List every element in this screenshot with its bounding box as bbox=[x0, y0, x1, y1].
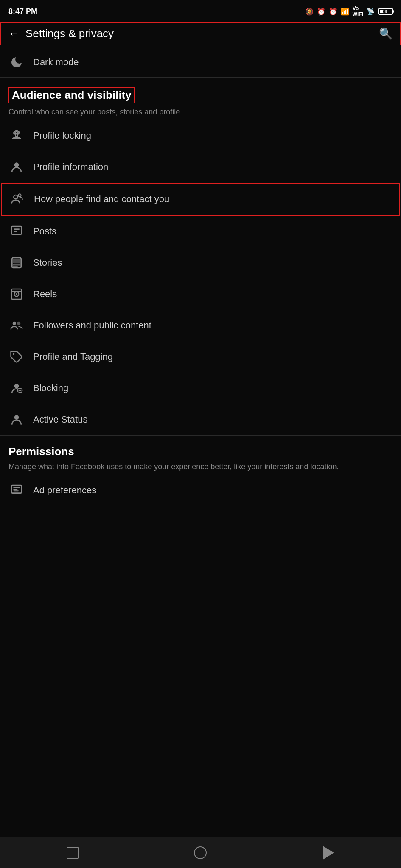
svg-point-18 bbox=[13, 322, 16, 325]
stories-label: Stories bbox=[33, 257, 62, 268]
audience-section-title: Audience and visibility bbox=[12, 89, 132, 101]
audience-section-header: Audience and visibility Control who can … bbox=[0, 78, 401, 120]
reels-icon bbox=[8, 286, 25, 302]
back-button[interactable]: ← bbox=[8, 27, 20, 40]
nav-back-button[interactable] bbox=[321, 845, 336, 860]
svg-point-5 bbox=[14, 195, 17, 199]
followers-label: Followers and public content bbox=[33, 320, 151, 331]
svg-rect-11 bbox=[13, 259, 20, 264]
how-people-find-item[interactable]: How people find and contact you bbox=[1, 183, 400, 216]
nav-square-button[interactable] bbox=[65, 845, 80, 860]
alarm-icon: ⏰ bbox=[317, 8, 325, 16]
nav-circle-icon bbox=[194, 846, 207, 859]
audience-section-subtitle: Control who can see your posts, stories … bbox=[8, 107, 393, 117]
alarm2-icon: ⏰ bbox=[329, 8, 337, 16]
spacer bbox=[0, 506, 401, 837]
search-button[interactable]: 🔍 bbox=[379, 27, 393, 40]
signal-icon: 📶 bbox=[341, 8, 349, 16]
permissions-section-header: Permissions Manage what info Facebook us… bbox=[0, 436, 401, 475]
audience-title-wrapper: Audience and visibility bbox=[8, 87, 135, 103]
profile-tagging-label: Profile and Tagging bbox=[33, 351, 113, 362]
header-title: Settings & privacy bbox=[25, 27, 114, 40]
stories-icon bbox=[8, 255, 25, 271]
ad-preferences-icon bbox=[8, 482, 25, 498]
profile-tagging-icon bbox=[8, 349, 25, 365]
profile-information-icon bbox=[8, 159, 25, 175]
profile-information-label: Profile information bbox=[33, 161, 108, 172]
svg-rect-7 bbox=[11, 226, 22, 234]
blocking-label: Blocking bbox=[33, 383, 68, 394]
reels-item[interactable]: Reels bbox=[0, 278, 401, 310]
svg-point-6 bbox=[18, 194, 21, 197]
dark-mode-label: Dark mode bbox=[33, 57, 79, 68]
status-icons: 🔕 ⏰ ⏰ 📶 VoWiFi 📡 68 bbox=[305, 6, 393, 17]
stories-item[interactable]: Stories bbox=[0, 247, 401, 278]
profile-locking-label: Profile locking bbox=[33, 130, 91, 141]
wifi-icon: 📡 bbox=[367, 8, 375, 15]
permissions-section-subtitle: Manage what info Facebook uses to make y… bbox=[8, 462, 393, 472]
svg-point-20 bbox=[13, 353, 14, 355]
svg-point-19 bbox=[17, 322, 20, 325]
svg-point-16 bbox=[16, 293, 17, 295]
status-time: 8:47 PM bbox=[8, 7, 37, 16]
blocking-item[interactable]: Blocking bbox=[0, 373, 401, 404]
posts-item[interactable]: Posts bbox=[0, 216, 401, 247]
status-bar: 8:47 PM 🔕 ⏰ ⏰ 📶 VoWiFi 📡 68 bbox=[0, 0, 401, 22]
dark-mode-item[interactable]: Dark mode bbox=[0, 47, 401, 77]
active-status-item[interactable]: Active Status bbox=[0, 404, 401, 435]
followers-icon bbox=[8, 317, 25, 334]
profile-locking-icon bbox=[8, 128, 25, 144]
profile-locking-item[interactable]: Profile locking bbox=[0, 120, 401, 151]
nav-triangle-icon bbox=[323, 846, 334, 860]
ad-preferences-item[interactable]: Ad preferences bbox=[0, 475, 401, 506]
active-status-icon bbox=[8, 412, 25, 428]
nav-square-icon bbox=[67, 847, 79, 859]
battery-icon: 68 bbox=[378, 8, 393, 15]
svg-point-21 bbox=[14, 384, 19, 389]
profile-tagging-item[interactable]: Profile and Tagging bbox=[0, 341, 401, 373]
followers-item[interactable]: Followers and public content bbox=[0, 310, 401, 341]
blocking-icon bbox=[8, 380, 25, 396]
dark-mode-icon bbox=[8, 54, 25, 70]
navigation-bar bbox=[0, 837, 401, 868]
battery-level: 68 bbox=[383, 9, 387, 14]
permissions-section-title: Permissions bbox=[8, 445, 74, 458]
svg-point-4 bbox=[14, 163, 19, 167]
how-people-find-label: How people find and contact you bbox=[34, 194, 169, 205]
settings-header[interactable]: ← Settings & privacy 🔍 bbox=[0, 22, 401, 45]
posts-label: Posts bbox=[33, 226, 56, 237]
header-left: ← Settings & privacy bbox=[8, 27, 114, 40]
mute-icon: 🔕 bbox=[305, 8, 314, 16]
posts-icon bbox=[8, 223, 25, 239]
nav-home-button[interactable] bbox=[193, 845, 208, 860]
vowifi-icon: VoWiFi bbox=[353, 6, 363, 17]
svg-rect-3 bbox=[16, 135, 17, 136]
active-status-label: Active Status bbox=[33, 414, 87, 425]
reels-label: Reels bbox=[33, 289, 57, 300]
ad-preferences-label: Ad preferences bbox=[33, 485, 96, 496]
how-people-find-icon bbox=[9, 191, 25, 207]
profile-information-item[interactable]: Profile information bbox=[0, 151, 401, 183]
svg-point-24 bbox=[14, 415, 19, 420]
